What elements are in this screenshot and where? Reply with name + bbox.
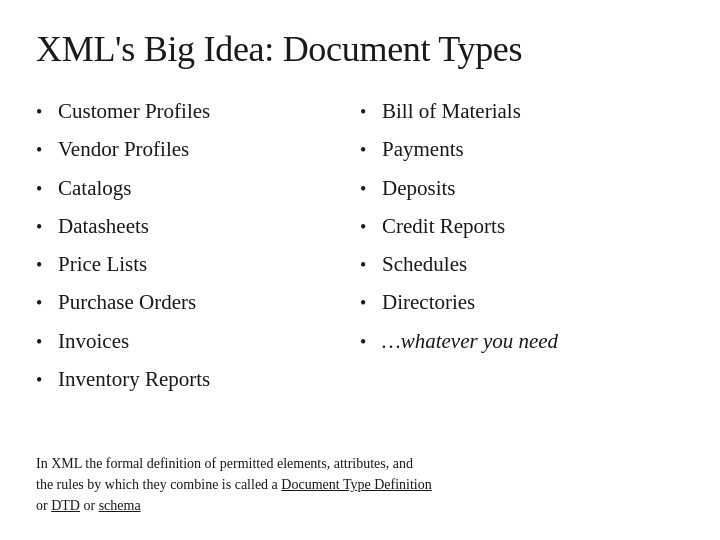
bullet-text: Purchase Orders [58, 289, 196, 316]
list-item: • Payments [360, 136, 684, 163]
bullet-dot: • [36, 177, 58, 201]
footer-schema-link: schema [99, 498, 141, 513]
list-item: • Schedules [360, 251, 684, 278]
list-item: • Deposits [360, 175, 684, 202]
list-item: • Datasheets [36, 213, 360, 240]
list-item: • Purchase Orders [36, 289, 360, 316]
bullet-dot: • [360, 177, 382, 201]
content-area: • Customer Profiles • Vendor Profiles • … [36, 98, 684, 439]
bullet-dot: • [360, 330, 382, 354]
bullet-text: Payments [382, 136, 464, 163]
bullet-dot: • [360, 253, 382, 277]
footer: In XML the formal definition of permitte… [36, 453, 684, 516]
footer-dtd-abbr: DTD [51, 498, 80, 513]
list-item: • Inventory Reports [36, 366, 360, 393]
bullet-text: Invoices [58, 328, 129, 355]
list-item: • Customer Profiles [36, 98, 360, 125]
footer-line1: In XML the formal definition of permitte… [36, 456, 413, 471]
list-item: • …whatever you need [360, 328, 684, 355]
bullet-dot: • [360, 215, 382, 239]
bullet-text: Bill of Materials [382, 98, 521, 125]
bullet-dot: • [360, 291, 382, 315]
bullet-text: Deposits [382, 175, 456, 202]
bullet-text: Credit Reports [382, 213, 505, 240]
bullet-text: Catalogs [58, 175, 132, 202]
list-item: • Catalogs [36, 175, 360, 202]
footer-line3-prefix: or [36, 498, 51, 513]
bullet-dot: • [36, 330, 58, 354]
bullet-text: Customer Profiles [58, 98, 210, 125]
bullet-dot: • [360, 100, 382, 124]
bullet-text: Price Lists [58, 251, 147, 278]
footer-line3-middle: or [80, 498, 99, 513]
footer-dtd-link: Document Type Definition [281, 477, 431, 492]
bullet-text: Schedules [382, 251, 467, 278]
list-item: • Bill of Materials [360, 98, 684, 125]
list-item: • Vendor Profiles [36, 136, 360, 163]
list-item: • Price Lists [36, 251, 360, 278]
bullet-dot: • [36, 368, 58, 392]
bullet-dot: • [36, 215, 58, 239]
slide: XML's Big Idea: Document Types • Custome… [0, 0, 720, 540]
list-item: • Credit Reports [360, 213, 684, 240]
slide-title: XML's Big Idea: Document Types [36, 28, 684, 70]
bullet-dot: • [36, 253, 58, 277]
list-item: • Invoices [36, 328, 360, 355]
list-item: • Directories [360, 289, 684, 316]
bullet-text: Datasheets [58, 213, 149, 240]
bullet-text-italic: …whatever you need [382, 328, 558, 355]
left-column: • Customer Profiles • Vendor Profiles • … [36, 98, 360, 439]
bullet-dot: • [36, 100, 58, 124]
bullet-dot: • [36, 138, 58, 162]
right-column: • Bill of Materials • Payments • Deposit… [360, 98, 684, 439]
bullet-dot: • [36, 291, 58, 315]
bullet-dot: • [360, 138, 382, 162]
footer-line2-prefix: the rules by which they combine is calle… [36, 477, 281, 492]
bullet-text: Directories [382, 289, 475, 316]
bullet-text: Inventory Reports [58, 366, 210, 393]
bullet-text: Vendor Profiles [58, 136, 189, 163]
